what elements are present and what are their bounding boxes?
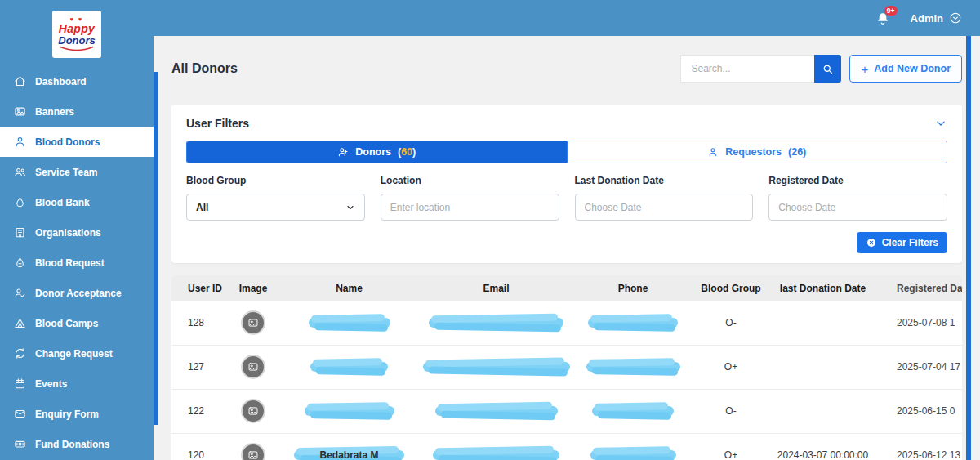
sidebar-item-blood-donors[interactable]: Blood Donors (0, 127, 154, 157)
add-new-donor-button[interactable]: + Add New Donor (849, 55, 962, 83)
location-label: Location (381, 175, 559, 186)
blood-group-select[interactable]: All (186, 194, 365, 221)
sidebar-item-label: Dashboard (35, 76, 87, 87)
table-row[interactable]: 128 O- 2025-07-08 1 (172, 301, 962, 345)
sidebar-item-service-team[interactable]: Service Team (0, 157, 154, 187)
refresh-icon (14, 347, 26, 360)
sidebar-item-blood-request[interactable]: Blood Request (0, 248, 154, 278)
notification-badge: 9+ (884, 6, 898, 16)
blood-group-cell: O+ (690, 433, 772, 460)
mail-icon (14, 408, 26, 420)
col-header-name: Name (282, 275, 416, 301)
sidebar-item-banners[interactable]: Banners (0, 96, 154, 127)
last-donation-date-input[interactable] (575, 194, 754, 221)
sidebar-item-events[interactable]: Events (0, 368, 154, 399)
sidebar-item-label: Blood Donors (35, 136, 100, 148)
image-placeholder-icon (247, 317, 259, 328)
user-filters-title: User Filters (186, 117, 249, 130)
sidebar-item-dashboard[interactable]: Dashboard (0, 66, 154, 96)
sidebar-item-label: Organisations (35, 227, 101, 239)
tab-donors[interactable]: Donors (60) (187, 141, 567, 163)
clear-filters-button[interactable]: Clear Filters (857, 232, 947, 253)
blood-group-cell: O+ (690, 345, 772, 389)
topbar: 9+ Admin (154, 0, 980, 36)
registered-date-cell: 2025-07-04 17 (874, 345, 962, 389)
sidebar-item-label: Blood Request (35, 257, 105, 269)
sidebar-item-fund-donations[interactable]: Fund Donations (0, 429, 154, 459)
sidebar-item-donor-acceptance[interactable]: Donor Acceptance (0, 278, 154, 308)
sidebar-nav: Dashboard Banners Blood Donors Service T… (0, 66, 154, 459)
notifications-button[interactable]: 9+ (875, 10, 891, 27)
sidebar-item-label: Blood Camps (35, 318, 98, 329)
sidebar-item-blood-bank[interactable]: Blood Bank (0, 187, 154, 217)
page-header: All Donors + Add New Donor (154, 36, 980, 83)
table-row[interactable]: 127 O+ 2025-07-04 17 (172, 345, 962, 389)
search-button[interactable] (814, 55, 841, 83)
blood-group-selected-value: All (196, 202, 208, 213)
col-header-image: Image (225, 275, 282, 301)
home-icon (14, 75, 26, 87)
plus-icon: + (861, 63, 868, 75)
sidebar-item-enquiry-form[interactable]: Enquiry Form (0, 399, 154, 429)
redacted-email (435, 406, 558, 416)
table-row[interactable]: 120 Bedabrata M O+ 2024-03-07 00:00:00 2… (172, 433, 962, 460)
tab-donors-count: (60) (398, 146, 416, 158)
chevron-down-circle-icon (949, 11, 962, 25)
collapse-filters-button[interactable] (934, 117, 947, 130)
sidebar-item-organisations[interactable]: Organisations (0, 217, 154, 248)
user-filters-card: User Filters Donors (60) Requestors (26)… (172, 105, 962, 263)
avatar (241, 399, 265, 423)
sidebar: ♥ ♥ Happy Donors Dashboard Banners Blood… (0, 0, 154, 460)
tab-donors-label: Donors (355, 146, 391, 158)
blood-group-cell: O- (690, 301, 772, 345)
col-header-last-donation-date: last Donation Date (772, 275, 874, 301)
registered-date-label: Registered Date (768, 175, 947, 186)
page-title: All Donors (172, 61, 238, 76)
registered-date-cell: 2025-06-12 13 (874, 433, 962, 460)
search-group (680, 55, 841, 83)
col-header-user-id: User ID (172, 275, 225, 301)
logo[interactable]: ♥ ♥ Happy Donors (0, 0, 154, 66)
add-new-donor-label: Add New Donor (874, 63, 951, 74)
redacted-name (305, 406, 394, 416)
sidebar-item-change-request[interactable]: Change Request (0, 338, 154, 368)
donor-person-icon (14, 136, 26, 148)
col-header-phone: Phone (576, 275, 690, 301)
donors-table: User ID Image Name Email Phone Blood Gro… (172, 275, 962, 460)
chevron-down-icon (345, 203, 355, 212)
location-input[interactable] (381, 194, 559, 221)
image-placeholder-icon (247, 449, 259, 460)
tab-requestors[interactable]: Requestors (26) (567, 141, 947, 163)
col-header-registered-date: Registered Date (874, 275, 962, 301)
redacted-name (310, 362, 388, 372)
happy-donors-logo: ♥ ♥ Happy Donors (52, 11, 101, 58)
registered-date-cell: 2025-07-08 1 (874, 301, 962, 345)
redacted-phone (590, 450, 676, 460)
redacted-name (309, 318, 390, 328)
redacted-phone (592, 406, 674, 416)
redacted-email (423, 362, 570, 372)
registered-date-input[interactable] (768, 194, 947, 221)
user-id-cell: 127 (172, 345, 225, 389)
col-header-blood-group: Blood Group (690, 275, 772, 301)
sidebar-item-blood-camps[interactable]: Blood Camps (0, 308, 154, 338)
last-donation-date-label: Last Donation Date (575, 175, 754, 186)
search-input[interactable] (680, 55, 814, 83)
redacted-email (429, 318, 564, 328)
sidebar-item-label: Service Team (35, 167, 98, 178)
person-check-icon (14, 287, 26, 299)
last-donation-cell (772, 345, 874, 389)
droplet-icon (14, 196, 26, 208)
table-row[interactable]: 122 O- 2025-06-15 0 (172, 389, 962, 433)
admin-menu[interactable]: Admin (911, 11, 962, 25)
blood-group-label: Blood Group (186, 175, 365, 186)
vertical-scrollbar[interactable] (966, 36, 971, 460)
last-donation-cell: 2024-03-07 00:00:00 (772, 433, 874, 460)
col-header-email: Email (416, 275, 576, 301)
image-placeholder-icon (247, 361, 259, 373)
sidebar-scrollbar[interactable] (154, 72, 158, 425)
sidebar-item-label: Fund Donations (35, 439, 109, 450)
money-icon (14, 438, 26, 450)
calendar-icon (14, 377, 26, 390)
search-icon (822, 63, 834, 75)
